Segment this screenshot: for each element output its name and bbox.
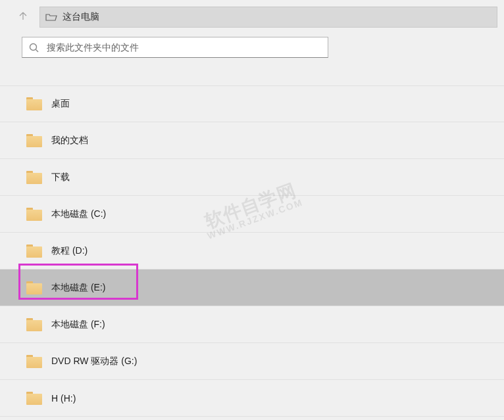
folder-icon [26,318,42,331]
file-label: 本地磁盘 (F:) [51,319,105,331]
file-item[interactable]: 桌面 [0,85,504,122]
file-label: 本地磁盘 (C:) [51,208,106,220]
arrow-up-icon [18,11,28,24]
file-item[interactable]: 本地磁盘 (C:) [0,196,504,233]
file-label: 桌面 [51,98,70,110]
file-item[interactable]: 本地磁盘 (F:) [0,306,504,343]
file-label: 本地磁盘 (E:) [51,282,105,294]
folder-icon [26,97,42,110]
file-label: H (H:) [51,393,76,404]
search-box[interactable] [22,37,328,58]
folder-icon [26,281,42,294]
address-text: 这台电脑 [63,11,99,23]
folder-icon [26,208,42,221]
file-label: 我的文档 [51,135,88,147]
search-input[interactable] [47,42,321,53]
folder-icon [26,171,42,184]
folder-icon [26,392,42,405]
file-label: 教程 (D:) [51,245,88,257]
file-item[interactable]: H (H:) [0,380,504,417]
file-item[interactable]: DVD RW 驱动器 (G:) [0,343,504,380]
svg-point-0 [30,43,37,50]
folder-icon [26,355,42,368]
folder-icon [26,245,42,258]
file-label: DVD RW 驱动器 (G:) [51,356,137,367]
file-list: 桌面我的文档下载本地磁盘 (C:)教程 (D:)本地磁盘 (E:)本地磁盘 (F… [0,85,504,417]
up-button[interactable] [7,7,39,28]
file-item[interactable]: 我的文档 [0,122,504,159]
file-item[interactable]: 本地磁盘 (E:) [0,269,504,306]
file-label: 下载 [51,172,70,183]
file-item[interactable]: 教程 (D:) [0,233,504,269]
folder-icon [26,134,42,147]
folder-open-icon [45,12,57,22]
search-icon [29,43,39,53]
file-item[interactable]: 下载 [0,159,504,196]
address-bar[interactable]: 这台电脑 [39,7,497,28]
